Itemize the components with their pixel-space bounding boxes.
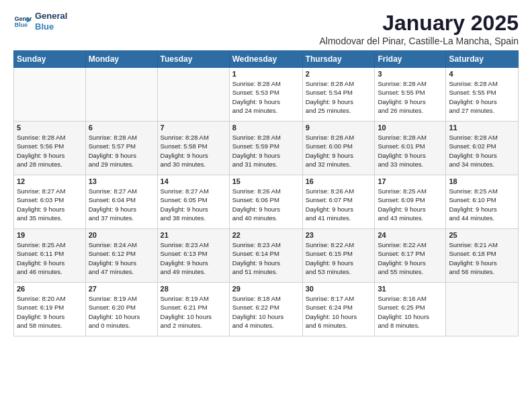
- day-info: Sunrise: 8:17 AM Sunset: 6:24 PM Dayligh…: [306, 294, 372, 330]
- day-info: Sunrise: 8:26 AM Sunset: 6:07 PM Dayligh…: [306, 187, 372, 222]
- calendar-week-row: 19Sunrise: 8:25 AM Sunset: 6:11 PM Dayli…: [14, 229, 519, 283]
- day-info: Sunrise: 8:28 AM Sunset: 5:55 PM Dayligh…: [378, 79, 443, 115]
- calendar-cell: 28Sunrise: 8:19 AM Sunset: 6:21 PM Dayli…: [157, 283, 229, 336]
- day-info: Sunrise: 8:20 AM Sunset: 6:19 PM Dayligh…: [17, 294, 83, 330]
- day-info: Sunrise: 8:27 AM Sunset: 6:03 PM Dayligh…: [17, 187, 83, 222]
- calendar-table: Sunday Monday Tuesday Wednesday Thursday…: [13, 50, 519, 336]
- col-monday: Monday: [85, 51, 157, 68]
- day-number: 6: [89, 124, 154, 132]
- logo-icon: General Blue: [13, 12, 32, 31]
- page: General Blue General Blue January 2025 A…: [0, 0, 532, 411]
- calendar-week-row: 5Sunrise: 8:28 AM Sunset: 5:56 PM Daylig…: [14, 122, 519, 175]
- day-number: 3: [378, 70, 443, 78]
- col-tuesday: Tuesday: [157, 51, 229, 68]
- subtitle: Almodovar del Pinar, Castille-La Mancha,…: [320, 36, 519, 46]
- day-number: 21: [161, 231, 226, 239]
- day-info: Sunrise: 8:22 AM Sunset: 6:15 PM Dayligh…: [306, 240, 372, 276]
- day-info: Sunrise: 8:23 AM Sunset: 6:14 PM Dayligh…: [232, 240, 300, 276]
- day-info: Sunrise: 8:21 AM Sunset: 6:18 PM Dayligh…: [449, 240, 515, 276]
- day-info: Sunrise: 8:25 AM Sunset: 6:09 PM Dayligh…: [378, 187, 443, 222]
- calendar-week-row: 1Sunrise: 8:28 AM Sunset: 5:53 PM Daylig…: [14, 68, 519, 122]
- day-info: Sunrise: 8:19 AM Sunset: 6:20 PM Dayligh…: [89, 294, 154, 330]
- day-info: Sunrise: 8:22 AM Sunset: 6:17 PM Dayligh…: [378, 240, 443, 276]
- col-sunday: Sunday: [14, 51, 86, 68]
- day-number: 24: [378, 231, 443, 239]
- calendar-cell: 23Sunrise: 8:22 AM Sunset: 6:15 PM Dayli…: [302, 229, 375, 283]
- logo: General Blue General Blue: [13, 11, 67, 32]
- day-number: 4: [449, 70, 515, 78]
- calendar-cell: 9Sunrise: 8:28 AM Sunset: 6:00 PM Daylig…: [302, 122, 375, 175]
- calendar-cell: 26Sunrise: 8:20 AM Sunset: 6:19 PM Dayli…: [14, 283, 86, 336]
- calendar-cell: 14Sunrise: 8:27 AM Sunset: 6:05 PM Dayli…: [157, 175, 229, 229]
- day-info: Sunrise: 8:28 AM Sunset: 5:57 PM Dayligh…: [89, 133, 154, 169]
- day-info: Sunrise: 8:16 AM Sunset: 6:25 PM Dayligh…: [378, 294, 443, 330]
- calendar-cell: 22Sunrise: 8:23 AM Sunset: 6:14 PM Dayli…: [229, 229, 302, 283]
- calendar-cell: 16Sunrise: 8:26 AM Sunset: 6:07 PM Dayli…: [302, 175, 375, 229]
- day-number: 10: [378, 124, 443, 132]
- calendar-week-row: 12Sunrise: 8:27 AM Sunset: 6:03 PM Dayli…: [14, 175, 519, 229]
- calendar-cell: 29Sunrise: 8:18 AM Sunset: 6:22 PM Dayli…: [229, 283, 302, 336]
- header: General Blue General Blue January 2025 A…: [13, 11, 519, 46]
- day-info: Sunrise: 8:28 AM Sunset: 6:02 PM Dayligh…: [449, 133, 515, 169]
- day-info: Sunrise: 8:23 AM Sunset: 6:13 PM Dayligh…: [161, 240, 226, 276]
- day-number: 30: [306, 285, 372, 293]
- day-number: 9: [306, 124, 372, 132]
- calendar-cell: 25Sunrise: 8:21 AM Sunset: 6:18 PM Dayli…: [446, 229, 519, 283]
- day-number: 8: [232, 124, 300, 132]
- calendar-cell: 27Sunrise: 8:19 AM Sunset: 6:20 PM Dayli…: [85, 283, 157, 336]
- day-number: 15: [232, 177, 300, 185]
- day-number: 22: [232, 231, 300, 239]
- calendar-cell: 15Sunrise: 8:26 AM Sunset: 6:06 PM Dayli…: [229, 175, 302, 229]
- day-number: 11: [449, 124, 515, 132]
- day-info: Sunrise: 8:28 AM Sunset: 6:00 PM Dayligh…: [306, 133, 372, 169]
- calendar-cell: 13Sunrise: 8:27 AM Sunset: 6:04 PM Dayli…: [85, 175, 157, 229]
- calendar-cell: [446, 283, 519, 336]
- day-number: 14: [161, 177, 226, 185]
- day-number: 31: [378, 285, 443, 293]
- calendar-cell: 17Sunrise: 8:25 AM Sunset: 6:09 PM Dayli…: [375, 175, 446, 229]
- day-number: 17: [378, 177, 443, 185]
- calendar-cell: 1Sunrise: 8:28 AM Sunset: 5:53 PM Daylig…: [229, 68, 302, 122]
- day-number: 18: [449, 177, 515, 185]
- day-number: 5: [17, 124, 83, 132]
- calendar-cell: 2Sunrise: 8:28 AM Sunset: 5:54 PM Daylig…: [302, 68, 375, 122]
- day-number: 19: [17, 231, 83, 239]
- calendar-cell: 30Sunrise: 8:17 AM Sunset: 6:24 PM Dayli…: [302, 283, 375, 336]
- logo-line1: General: [35, 11, 67, 21]
- day-number: 1: [232, 70, 300, 78]
- calendar-cell: 10Sunrise: 8:28 AM Sunset: 6:01 PM Dayli…: [375, 122, 446, 175]
- day-number: 16: [306, 177, 372, 185]
- day-number: 25: [449, 231, 515, 239]
- calendar-cell: 19Sunrise: 8:25 AM Sunset: 6:11 PM Dayli…: [14, 229, 86, 283]
- calendar-cell: 5Sunrise: 8:28 AM Sunset: 5:56 PM Daylig…: [14, 122, 86, 175]
- day-info: Sunrise: 8:28 AM Sunset: 5:56 PM Dayligh…: [17, 133, 83, 169]
- day-info: Sunrise: 8:28 AM Sunset: 5:54 PM Dayligh…: [306, 79, 372, 115]
- calendar-cell: 8Sunrise: 8:28 AM Sunset: 5:59 PM Daylig…: [229, 122, 302, 175]
- calendar-cell: [157, 68, 229, 122]
- calendar-cell: 31Sunrise: 8:16 AM Sunset: 6:25 PM Dayli…: [375, 283, 446, 336]
- day-info: Sunrise: 8:19 AM Sunset: 6:21 PM Dayligh…: [161, 294, 226, 330]
- calendar-cell: 3Sunrise: 8:28 AM Sunset: 5:55 PM Daylig…: [375, 68, 446, 122]
- col-friday: Friday: [375, 51, 446, 68]
- logo-line2: Blue: [35, 21, 67, 32]
- calendar-header-row: Sunday Monday Tuesday Wednesday Thursday…: [14, 51, 519, 68]
- day-number: 13: [89, 177, 154, 185]
- col-thursday: Thursday: [302, 51, 375, 68]
- calendar-cell: 20Sunrise: 8:24 AM Sunset: 6:12 PM Dayli…: [85, 229, 157, 283]
- calendar-cell: 7Sunrise: 8:28 AM Sunset: 5:58 PM Daylig…: [157, 122, 229, 175]
- day-info: Sunrise: 8:24 AM Sunset: 6:12 PM Dayligh…: [89, 240, 154, 276]
- month-title: January 2025: [320, 11, 519, 36]
- day-info: Sunrise: 8:28 AM Sunset: 5:53 PM Dayligh…: [232, 79, 300, 115]
- calendar-cell: 4Sunrise: 8:28 AM Sunset: 5:55 PM Daylig…: [446, 68, 519, 122]
- day-info: Sunrise: 8:28 AM Sunset: 5:55 PM Dayligh…: [449, 79, 515, 115]
- day-number: 27: [89, 285, 154, 293]
- day-number: 26: [17, 285, 83, 293]
- day-number: 23: [306, 231, 372, 239]
- col-wednesday: Wednesday: [229, 51, 302, 68]
- day-info: Sunrise: 8:27 AM Sunset: 6:05 PM Dayligh…: [161, 187, 226, 222]
- day-info: Sunrise: 8:28 AM Sunset: 6:01 PM Dayligh…: [378, 133, 443, 169]
- day-number: 29: [232, 285, 300, 293]
- day-number: 2: [306, 70, 372, 78]
- svg-text:Blue: Blue: [14, 21, 28, 28]
- day-info: Sunrise: 8:18 AM Sunset: 6:22 PM Dayligh…: [232, 294, 300, 330]
